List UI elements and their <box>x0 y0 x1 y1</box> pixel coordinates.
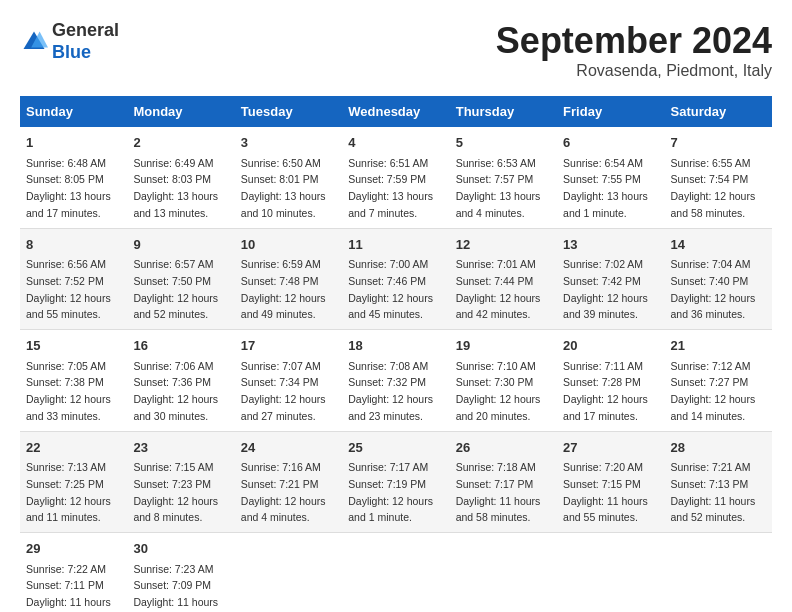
sunset-text: Sunset: 7:19 PM <box>348 478 426 490</box>
calendar-row: 29 Sunrise: 7:22 AM Sunset: 7:11 PM Dayl… <box>20 533 772 613</box>
table-row: 5 Sunrise: 6:53 AM Sunset: 7:57 PM Dayli… <box>450 127 557 228</box>
table-row <box>450 533 557 613</box>
sunset-text: Sunset: 7:11 PM <box>26 579 104 591</box>
daylight-text: Daylight: 12 hours and 4 minutes. <box>241 495 326 524</box>
day-number: 12 <box>456 235 551 255</box>
sunrise-text: Sunrise: 6:54 AM <box>563 157 643 169</box>
table-row: 4 Sunrise: 6:51 AM Sunset: 7:59 PM Dayli… <box>342 127 449 228</box>
table-row: 24 Sunrise: 7:16 AM Sunset: 7:21 PM Dayl… <box>235 431 342 533</box>
page-header: General Blue September 2024 Rovasenda, P… <box>20 20 772 80</box>
sunrise-text: Sunrise: 6:53 AM <box>456 157 536 169</box>
sunset-text: Sunset: 7:27 PM <box>671 376 749 388</box>
sunrise-text: Sunrise: 6:49 AM <box>133 157 213 169</box>
day-number: 1 <box>26 133 121 153</box>
day-number: 20 <box>563 336 658 356</box>
day-number: 19 <box>456 336 551 356</box>
sunset-text: Sunset: 7:13 PM <box>671 478 749 490</box>
sunset-text: Sunset: 7:34 PM <box>241 376 319 388</box>
day-number: 4 <box>348 133 443 153</box>
col-saturday: Saturday <box>665 96 772 127</box>
day-number: 5 <box>456 133 551 153</box>
daylight-text: Daylight: 12 hours and 20 minutes. <box>456 393 541 422</box>
calendar-table: Sunday Monday Tuesday Wednesday Thursday… <box>20 96 772 612</box>
table-row: 20 Sunrise: 7:11 AM Sunset: 7:28 PM Dayl… <box>557 330 664 432</box>
day-number: 21 <box>671 336 766 356</box>
sunset-text: Sunset: 7:21 PM <box>241 478 319 490</box>
table-row: 3 Sunrise: 6:50 AM Sunset: 8:01 PM Dayli… <box>235 127 342 228</box>
table-row: 15 Sunrise: 7:05 AM Sunset: 7:38 PM Dayl… <box>20 330 127 432</box>
day-number: 23 <box>133 438 228 458</box>
table-row: 18 Sunrise: 7:08 AM Sunset: 7:32 PM Dayl… <box>342 330 449 432</box>
sunset-text: Sunset: 7:46 PM <box>348 275 426 287</box>
day-number: 24 <box>241 438 336 458</box>
sunrise-text: Sunrise: 7:12 AM <box>671 360 751 372</box>
day-number: 28 <box>671 438 766 458</box>
sunrise-text: Sunrise: 7:00 AM <box>348 258 428 270</box>
table-row: 22 Sunrise: 7:13 AM Sunset: 7:25 PM Dayl… <box>20 431 127 533</box>
daylight-text: Daylight: 11 hours and 55 minutes. <box>563 495 648 524</box>
day-number: 25 <box>348 438 443 458</box>
daylight-text: Daylight: 12 hours and 17 minutes. <box>563 393 648 422</box>
daylight-text: Daylight: 12 hours and 8 minutes. <box>133 495 218 524</box>
day-number: 10 <box>241 235 336 255</box>
table-row <box>557 533 664 613</box>
table-row: 2 Sunrise: 6:49 AM Sunset: 8:03 PM Dayli… <box>127 127 234 228</box>
day-number: 3 <box>241 133 336 153</box>
sunset-text: Sunset: 8:03 PM <box>133 173 211 185</box>
logo: General Blue <box>20 20 119 63</box>
sunrise-text: Sunrise: 7:11 AM <box>563 360 643 372</box>
sunset-text: Sunset: 7:17 PM <box>456 478 534 490</box>
sunset-text: Sunset: 7:25 PM <box>26 478 104 490</box>
sunrise-text: Sunrise: 6:51 AM <box>348 157 428 169</box>
sunrise-text: Sunrise: 7:20 AM <box>563 461 643 473</box>
sunset-text: Sunset: 7:50 PM <box>133 275 211 287</box>
daylight-text: Daylight: 13 hours and 7 minutes. <box>348 190 433 219</box>
daylight-text: Daylight: 11 hours and 52 minutes. <box>671 495 756 524</box>
sunrise-text: Sunrise: 6:56 AM <box>26 258 106 270</box>
sunrise-text: Sunrise: 7:07 AM <box>241 360 321 372</box>
logo-general-text: General <box>52 20 119 40</box>
sunrise-text: Sunrise: 7:13 AM <box>26 461 106 473</box>
table-row: 10 Sunrise: 6:59 AM Sunset: 7:48 PM Dayl… <box>235 228 342 330</box>
daylight-text: Daylight: 12 hours and 33 minutes. <box>26 393 111 422</box>
daylight-text: Daylight: 13 hours and 13 minutes. <box>133 190 218 219</box>
sunset-text: Sunset: 7:40 PM <box>671 275 749 287</box>
sunrise-text: Sunrise: 7:05 AM <box>26 360 106 372</box>
day-number: 16 <box>133 336 228 356</box>
daylight-text: Daylight: 12 hours and 1 minute. <box>348 495 433 524</box>
day-number: 22 <box>26 438 121 458</box>
day-number: 17 <box>241 336 336 356</box>
day-number: 15 <box>26 336 121 356</box>
col-thursday: Thursday <box>450 96 557 127</box>
day-number: 29 <box>26 539 121 559</box>
sunrise-text: Sunrise: 7:23 AM <box>133 563 213 575</box>
daylight-text: Daylight: 12 hours and 39 minutes. <box>563 292 648 321</box>
daylight-text: Daylight: 12 hours and 49 minutes. <box>241 292 326 321</box>
sunrise-text: Sunrise: 6:57 AM <box>133 258 213 270</box>
daylight-text: Daylight: 12 hours and 23 minutes. <box>348 393 433 422</box>
day-number: 9 <box>133 235 228 255</box>
daylight-text: Daylight: 12 hours and 58 minutes. <box>671 190 756 219</box>
table-row: 13 Sunrise: 7:02 AM Sunset: 7:42 PM Dayl… <box>557 228 664 330</box>
sunset-text: Sunset: 8:01 PM <box>241 173 319 185</box>
calendar-row: 8 Sunrise: 6:56 AM Sunset: 7:52 PM Dayli… <box>20 228 772 330</box>
sunrise-text: Sunrise: 6:48 AM <box>26 157 106 169</box>
daylight-text: Daylight: 12 hours and 14 minutes. <box>671 393 756 422</box>
day-number: 30 <box>133 539 228 559</box>
logo-icon <box>20 28 48 56</box>
table-row: 19 Sunrise: 7:10 AM Sunset: 7:30 PM Dayl… <box>450 330 557 432</box>
daylight-text: Daylight: 11 hours and 48 minutes. <box>26 596 111 612</box>
daylight-text: Daylight: 12 hours and 11 minutes. <box>26 495 111 524</box>
sunrise-text: Sunrise: 7:10 AM <box>456 360 536 372</box>
calendar-row: 15 Sunrise: 7:05 AM Sunset: 7:38 PM Dayl… <box>20 330 772 432</box>
daylight-text: Daylight: 13 hours and 1 minute. <box>563 190 648 219</box>
table-row: 7 Sunrise: 6:55 AM Sunset: 7:54 PM Dayli… <box>665 127 772 228</box>
sunrise-text: Sunrise: 6:50 AM <box>241 157 321 169</box>
col-friday: Friday <box>557 96 664 127</box>
table-row: 25 Sunrise: 7:17 AM Sunset: 7:19 PM Dayl… <box>342 431 449 533</box>
day-number: 8 <box>26 235 121 255</box>
table-row: 9 Sunrise: 6:57 AM Sunset: 7:50 PM Dayli… <box>127 228 234 330</box>
table-row <box>235 533 342 613</box>
sunrise-text: Sunrise: 7:22 AM <box>26 563 106 575</box>
sunrise-text: Sunrise: 6:55 AM <box>671 157 751 169</box>
